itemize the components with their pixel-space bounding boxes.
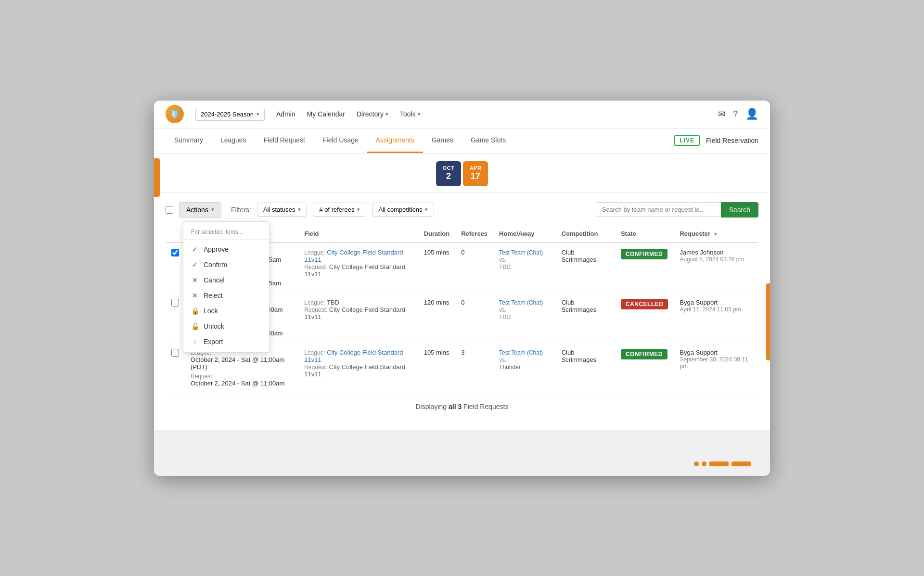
displaying-count: all 3	[449, 403, 462, 410]
row1-field-cell: League: City College Field Standard 11v1…	[298, 243, 418, 293]
nav-directory[interactable]: Directory ▾	[357, 110, 388, 118]
row2-duration: 120 mins	[418, 293, 455, 343]
tab-field-usage[interactable]: Field Usage	[314, 128, 367, 153]
dropdown-item-cancel[interactable]: ✕ Cancel	[183, 272, 269, 288]
filter-referees-chevron-icon: ▾	[357, 206, 360, 213]
row2-field-cell: League: TBD Request: City College Field …	[298, 293, 418, 343]
oct-date-btn[interactable]: OCT 2	[436, 161, 461, 186]
row1-checkbox[interactable]	[171, 249, 179, 256]
season-chevron-icon: ▾	[257, 111, 259, 117]
row1-team-link[interactable]: Test Team (Chat)	[499, 249, 543, 256]
row2-requester: Byga Support April 11, 2024 11:05 pm	[674, 293, 758, 343]
unlock-icon: 🔓	[191, 322, 199, 330]
mail-icon[interactable]: ✉	[718, 109, 725, 119]
tab-field-request[interactable]: Field Request	[255, 128, 314, 153]
dropdown-item-reject[interactable]: ✕ Reject	[183, 288, 269, 303]
apr-day: 17	[471, 171, 480, 182]
row3-checkbox[interactable]	[171, 349, 179, 357]
col-field: Field	[298, 225, 418, 243]
live-badge: LIVE	[674, 135, 700, 146]
row2-referees: 0	[455, 293, 493, 343]
export-icon: ↑	[191, 338, 199, 346]
row1-state: CONFIRMED	[615, 243, 674, 293]
filter-referees[interactable]: # of referees ▾	[313, 203, 366, 217]
col-home-away: Home/Away	[493, 225, 556, 243]
row2-state-badge: CANCELLED	[621, 299, 668, 309]
row2-home-away: Test Team (Chat) vs. TBD	[493, 293, 556, 343]
row1-home-away: Test Team (Chat) vs. TBD	[493, 243, 556, 293]
row2-competition: Club Scrimmages	[556, 293, 615, 343]
actions-button[interactable]: Actions ▾	[179, 202, 221, 218]
filters-label: Filters:	[231, 206, 251, 214]
export-label: Export	[204, 338, 223, 346]
row1-duration: 105 mins	[418, 243, 455, 293]
sub-nav-right: LIVE Field Reservation	[674, 135, 758, 146]
tools-chevron-icon: ▾	[418, 111, 421, 117]
sub-nav: Summary Leagues Field Request Field Usag…	[154, 128, 770, 154]
confirm-label: Confirm	[204, 261, 227, 269]
top-nav: 🛡️ 2024-2025 Season ▾ Admin My Calendar …	[154, 101, 770, 128]
toolbar: Actions ▾ For selected items... ✓ Approv…	[166, 202, 758, 218]
oct-month: OCT	[443, 165, 455, 171]
field-reservation-label: Field Reservation	[706, 137, 758, 144]
filter-competitions[interactable]: All competitions ▾	[372, 203, 434, 217]
apr-date-btn[interactable]: APR 17	[463, 161, 488, 186]
apr-month: APR	[470, 165, 482, 171]
tab-games[interactable]: Games	[423, 128, 462, 153]
oct-day: 2	[446, 171, 451, 182]
filter-status[interactable]: All statuses ▾	[257, 203, 307, 217]
date-selector: OCT 2 APR 17	[154, 154, 770, 192]
row3-team-link[interactable]: Test Team (Chat)	[499, 349, 543, 356]
dropdown-item-lock[interactable]: 🔒 Lock	[183, 303, 269, 319]
reject-icon: ✕	[191, 292, 199, 299]
nav-tools[interactable]: Tools ▾	[400, 110, 421, 118]
row3-state-badge: CONFIRMED	[621, 349, 667, 359]
search-wrap: Search	[596, 202, 758, 218]
tab-assignments[interactable]: Assignments	[367, 128, 423, 153]
row3-state: CONFIRMED	[615, 343, 674, 393]
search-button[interactable]: Search	[721, 202, 758, 218]
dropdown-item-confirm[interactable]: ✓ Confirm	[183, 257, 269, 272]
col-requester: Requester ▾	[674, 225, 758, 243]
row3-requester: Byga Support September 30, 2024 08:11 pm	[674, 343, 758, 393]
dropdown-header: For selected items...	[183, 225, 269, 240]
dropdown-item-unlock[interactable]: 🔓 Unlock	[183, 319, 269, 334]
season-label: 2024-2025 Season	[201, 111, 254, 118]
col-state: State	[615, 225, 674, 243]
search-input[interactable]	[596, 202, 721, 217]
directory-chevron-icon: ▾	[385, 111, 388, 117]
tab-summary[interactable]: Summary	[166, 128, 212, 153]
cancel-label: Cancel	[204, 276, 225, 284]
col-duration: Duration	[418, 225, 455, 243]
row2-checkbox[interactable]	[171, 299, 179, 307]
row1-requester: James Johnson August 5, 2024 03:26 pm	[674, 243, 758, 293]
table-footer: Displaying all 3 Field Requests	[166, 393, 758, 420]
nav-admin[interactable]: Admin	[276, 110, 295, 118]
row2-checkbox-cell	[166, 293, 185, 343]
cancel-icon: ✕	[191, 276, 199, 284]
approve-label: Approve	[204, 245, 229, 253]
select-all-checkbox[interactable]	[166, 206, 173, 214]
help-icon[interactable]: ?	[733, 109, 738, 119]
row1-referees: 0	[455, 243, 493, 293]
dropdown-item-approve[interactable]: ✓ Approve	[183, 242, 269, 257]
nav-right: ✉ ? 👤	[718, 108, 758, 120]
tab-game-slots[interactable]: Game Slots	[462, 128, 514, 153]
row2-team-link[interactable]: Test Team (Chat)	[499, 299, 543, 306]
deco-right-top	[766, 283, 770, 360]
actions-chevron-icon: ▾	[211, 206, 214, 213]
season-selector[interactable]: 2024-2025 Season ▾	[195, 108, 265, 121]
lock-icon: 🔒	[191, 307, 199, 315]
tab-leagues[interactable]: Leagues	[212, 128, 255, 153]
row3-referees: 3	[455, 343, 493, 393]
row1-checkbox-cell	[166, 243, 185, 293]
filter-status-chevron-icon: ▾	[298, 206, 301, 213]
user-avatar-icon[interactable]: 👤	[745, 108, 758, 120]
requester-sort-icon: ▾	[714, 231, 717, 237]
nav-my-calendar[interactable]: My Calendar	[307, 110, 345, 118]
main-content: Actions ▾ For selected items... ✓ Approv…	[154, 192, 770, 430]
reject-label: Reject	[204, 292, 223, 299]
row2-state: CANCELLED	[615, 293, 674, 343]
dropdown-item-export[interactable]: ↑ Export	[183, 334, 269, 349]
lock-label: Lock	[204, 307, 218, 315]
